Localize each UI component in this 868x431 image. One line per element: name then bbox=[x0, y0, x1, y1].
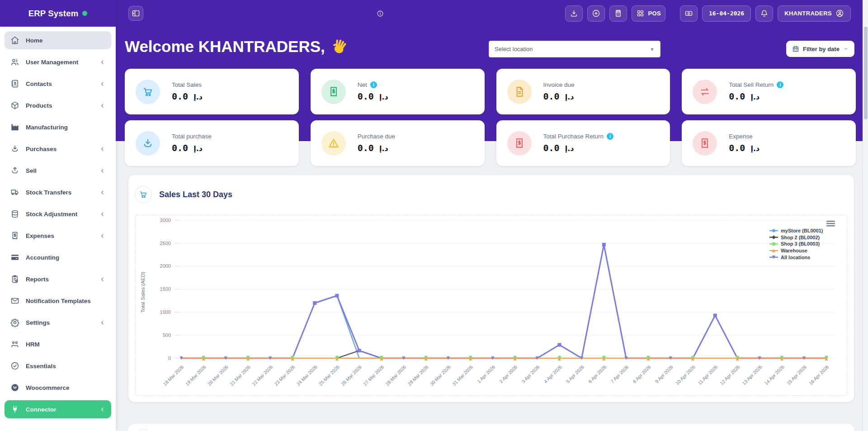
sidebar-item-essentials[interactable]: Essentials bbox=[5, 357, 111, 375]
svg-text:Total Sales (AED): Total Sales (AED) bbox=[140, 271, 146, 313]
sidebar-item-label: Stock Transfers bbox=[26, 189, 71, 196]
sidebar-item-settings[interactable]: Settings bbox=[5, 313, 111, 332]
mail-icon bbox=[10, 296, 19, 305]
info-icon[interactable]: i bbox=[607, 133, 613, 140]
filter-label: Filter by date bbox=[803, 46, 840, 52]
chevron-down-icon bbox=[843, 46, 849, 52]
stat-label: Expense bbox=[729, 133, 753, 140]
sidebar-item-sell[interactable]: Sell bbox=[5, 161, 111, 180]
user-circle-icon bbox=[835, 9, 844, 18]
stat-card-expense: Expense0.0 د.إ bbox=[682, 120, 856, 166]
stat-card-invoice-due: Invoice due0.0 د.إ bbox=[496, 69, 670, 114]
sidebar-item-user-management[interactable]: User Management bbox=[5, 53, 111, 71]
svg-text:1000: 1000 bbox=[160, 309, 171, 315]
sidebar-item-expenses[interactable]: Expenses bbox=[5, 227, 111, 245]
svg-text:22 Mar 2026: 22 Mar 2026 bbox=[251, 364, 274, 387]
calculator-button[interactable] bbox=[609, 5, 627, 22]
svg-text:14 Apr 2026: 14 Apr 2026 bbox=[763, 364, 785, 386]
sidebar-item-accounting[interactable]: Accounting bbox=[5, 248, 111, 266]
download-button[interactable] bbox=[565, 5, 583, 22]
sidebar-item-reports[interactable]: Reports bbox=[5, 270, 111, 288]
sidebar-collapse-button[interactable] bbox=[128, 6, 143, 21]
info-icon[interactable]: i bbox=[370, 81, 377, 88]
svg-text:21 Mar 2026: 21 Mar 2026 bbox=[229, 364, 251, 387]
info-icon[interactable] bbox=[377, 10, 384, 17]
legend-item: Warehouse bbox=[781, 248, 807, 253]
sales-chart-card: Sales Last 30 Days 050010001500200025003… bbox=[128, 175, 854, 402]
sidebar-item-label: Home bbox=[26, 37, 43, 44]
location-select[interactable]: Select location ▼ bbox=[489, 41, 660, 57]
stat-label: Total Sell Return bbox=[729, 81, 774, 88]
svg-text:15 Apr 2026: 15 Apr 2026 bbox=[785, 364, 807, 386]
grid-icon bbox=[636, 9, 645, 18]
chevron-left-icon bbox=[99, 211, 105, 217]
stat-label: Total Sales bbox=[172, 81, 202, 88]
chevron-left-icon bbox=[99, 407, 105, 412]
page-scrollbar[interactable] bbox=[863, 0, 868, 431]
notifications-button[interactable] bbox=[755, 5, 773, 22]
sidebar-item-label: HRM bbox=[26, 341, 40, 348]
svg-text:28 Mar 2026: 28 Mar 2026 bbox=[384, 364, 407, 387]
svg-text:25 Mar 2026: 25 Mar 2026 bbox=[318, 364, 340, 387]
sidebar-item-manufacturing[interactable]: Manufacturing bbox=[5, 118, 111, 136]
chevron-left-icon bbox=[99, 189, 105, 195]
stat-label: Purchase due bbox=[358, 133, 395, 140]
receipt-icon bbox=[321, 80, 346, 104]
stat-value: 0.0 د.إ bbox=[729, 142, 760, 153]
date-button[interactable]: 16-04-2026 bbox=[702, 5, 751, 22]
box-icon bbox=[10, 101, 19, 110]
svg-text:4 Apr 2026: 4 Apr 2026 bbox=[542, 364, 563, 384]
sidebar-item-stock-transfers[interactable]: Stock Transfers bbox=[5, 183, 111, 201]
sidebar-item-contacts[interactable]: Contacts bbox=[5, 75, 111, 93]
stat-card-total-sell-return: Total Sell Returni0.0 د.إ bbox=[682, 69, 856, 114]
svg-text:29 Mar 2026: 29 Mar 2026 bbox=[406, 364, 429, 387]
stat-label: Invoice due bbox=[543, 81, 575, 88]
next-section-icon bbox=[135, 429, 152, 431]
main-content: Welcome KHANTRADERS, Select location ▼ F… bbox=[116, 27, 863, 431]
file-icon bbox=[507, 80, 532, 104]
stat-card-net: Neti0.0 د.إ bbox=[311, 69, 485, 114]
receipt-icon bbox=[693, 131, 717, 156]
sidebar-item-label: Contacts bbox=[26, 81, 52, 87]
chevron-left-icon bbox=[99, 276, 105, 282]
bell-icon bbox=[760, 9, 769, 18]
location-placeholder: Select location bbox=[495, 46, 533, 52]
receipt-icon bbox=[10, 231, 19, 240]
user-name: KHANTRADERS bbox=[784, 10, 832, 17]
chart-menu-icon[interactable] bbox=[826, 221, 835, 227]
svg-text:6 Apr 2026: 6 Apr 2026 bbox=[587, 364, 608, 384]
sidebar-item-purchases[interactable]: Purchases bbox=[5, 140, 111, 158]
sidebar-item-hrm[interactable]: HRM bbox=[5, 335, 111, 353]
user-menu-button[interactable]: KHANTRADERS bbox=[778, 5, 851, 22]
stat-value: 0.0 د.إ bbox=[543, 91, 575, 102]
svg-text:9 Apr 2026: 9 Apr 2026 bbox=[654, 364, 674, 384]
stat-label: Total purchase bbox=[172, 133, 212, 140]
sidebar-item-woocommerce[interactable]: WWoocommerce bbox=[5, 379, 111, 397]
sales-line-chart: 050010001500200025003000Total Sales (AED… bbox=[135, 215, 847, 396]
svg-text:20 Mar 2026: 20 Mar 2026 bbox=[207, 364, 229, 387]
filter-by-date-button[interactable]: Filter by date bbox=[786, 41, 854, 57]
wordpress-icon: W bbox=[10, 383, 19, 392]
add-button[interactable] bbox=[587, 5, 605, 22]
sidebar-item-connector[interactable]: Connector bbox=[5, 400, 111, 418]
sidebar-item-home[interactable]: Home bbox=[5, 31, 111, 49]
scrollbar-thumb[interactable] bbox=[864, 27, 868, 119]
sidebar-item-stock-adjustment[interactable]: Stock Adjustment bbox=[5, 205, 111, 223]
svg-text:10 Apr 2026: 10 Apr 2026 bbox=[674, 364, 696, 386]
report-icon bbox=[10, 275, 19, 284]
info-icon[interactable]: i bbox=[777, 81, 783, 88]
app-logo: ERP System bbox=[0, 0, 116, 27]
pos-button[interactable]: POS bbox=[632, 5, 665, 22]
stat-value: 0.0 د.إ bbox=[172, 91, 203, 102]
next-section-card bbox=[128, 424, 854, 431]
calendar-icon bbox=[792, 45, 799, 52]
stat-value: 0.0 د.إ bbox=[358, 142, 395, 153]
legend-item: All locations bbox=[781, 255, 810, 260]
select-caret-icon: ▼ bbox=[650, 47, 655, 52]
download-icon bbox=[570, 9, 578, 18]
stat-card-purchase-due: Purchase due0.0 د.إ bbox=[311, 120, 485, 166]
sidebar-item-notification-templates[interactable]: Notification Templates bbox=[5, 292, 111, 310]
truck-icon bbox=[10, 188, 19, 197]
cash-register-button[interactable] bbox=[680, 5, 698, 22]
sidebar-item-products[interactable]: Products bbox=[5, 96, 111, 114]
